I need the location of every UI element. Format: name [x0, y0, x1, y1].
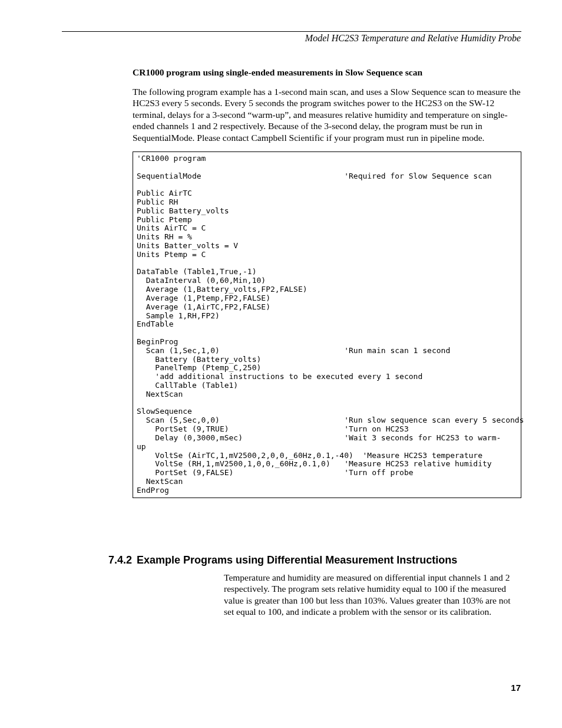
- section-body-paragraph: Temperature and humidity are measured on…: [224, 572, 521, 618]
- main-content: CR1000 program using single-ended measur…: [133, 67, 521, 498]
- header-rule: [62, 31, 521, 32]
- code-listing: 'CR1000 program SequentialMode 'Required…: [133, 151, 521, 498]
- section-title: Example Programs using Differential Meas…: [137, 554, 457, 566]
- page-number: 17: [511, 683, 521, 693]
- running-head: Model HC2S3 Temperature and Relative Hum…: [305, 33, 521, 44]
- intro-paragraph: The following program example has a 1-se…: [133, 86, 521, 143]
- section-number: 7.4.2: [108, 554, 132, 566]
- section-heading: 7.4.2 Example Programs using Differentia…: [108, 554, 521, 566]
- example-subtitle: CR1000 program using single-ended measur…: [133, 67, 521, 78]
- page: Model HC2S3 Temperature and Relative Hum…: [0, 0, 562, 728]
